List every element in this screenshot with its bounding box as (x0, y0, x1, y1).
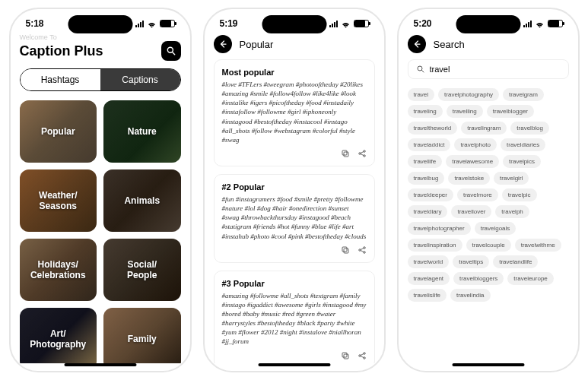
card-tags: #love #TFLers #tweegram #photooftheday #… (222, 80, 367, 144)
search-result-chip[interactable]: travelbug (408, 172, 445, 185)
svg-point-20 (363, 356, 365, 359)
search-result-chip[interactable]: travelgoals (475, 222, 516, 235)
search-box[interactable] (408, 59, 569, 79)
share-icon[interactable] (358, 351, 367, 360)
home-indicator[interactable] (258, 363, 330, 366)
welcome-text: Welcome To (20, 33, 181, 41)
svg-line-22 (361, 356, 364, 357)
phone-screen-search: 5:20 Search traveltravelphotographytrave… (397, 8, 580, 372)
svg-line-15 (361, 250, 364, 252)
search-result-chip[interactable]: travelblogger (487, 105, 534, 118)
category-grid: PopularNatureWeather/ SeasonsAnimalsHoli… (20, 100, 181, 363)
search-result-chip[interactable]: travelagent (408, 272, 450, 285)
category-social[interactable]: Social/ People (103, 239, 181, 301)
category-animals[interactable]: Animals (103, 169, 181, 232)
search-result-chip[interactable]: travelgram (503, 88, 544, 101)
card-title: Most popular (222, 68, 367, 77)
phone-screen-home: 5:18 Welcome To Caption Plus Hashtags Ca… (9, 8, 192, 372)
copy-icon[interactable] (341, 245, 350, 255)
search-input[interactable] (430, 65, 561, 74)
search-result-chip[interactable]: travelpic (502, 188, 537, 201)
search-result-chip[interactable]: travel (408, 88, 435, 101)
svg-rect-16 (344, 354, 348, 359)
search-result-chip[interactable]: travelphotography (438, 88, 499, 101)
signal-icon (135, 21, 144, 27)
svg-point-18 (358, 354, 361, 356)
category-art[interactable]: Art/ Photography (20, 308, 97, 363)
search-result-chip[interactable]: travelgirl (494, 172, 529, 185)
search-result-chip[interactable]: travelworld (408, 255, 450, 268)
search-result-chip[interactable]: travelingram (461, 122, 507, 135)
battery-icon (548, 20, 563, 27)
search-result-chip[interactable]: traveltips (453, 255, 489, 268)
search-result-chip[interactable]: travelling (447, 105, 483, 118)
search-result-chip[interactable]: travellover (451, 205, 491, 218)
hashtag-card: Most popular#love #TFLers #tweegram #pho… (214, 59, 375, 166)
notch (456, 15, 520, 33)
notch (262, 15, 326, 33)
search-result-chip[interactable]: travelmore (457, 188, 498, 201)
svg-rect-10 (342, 247, 347, 252)
svg-rect-2 (344, 152, 348, 157)
search-result-chip[interactable]: travelbloggers (453, 272, 504, 285)
battery-icon (354, 20, 369, 27)
app-title: Caption Plus (20, 43, 103, 59)
svg-point-13 (363, 251, 365, 253)
search-result-chip[interactable]: traveleurope (507, 272, 553, 285)
search-result-chip[interactable]: travelawesome (446, 155, 499, 168)
svg-line-1 (172, 52, 174, 55)
search-result-chip[interactable]: travelstoke (448, 172, 490, 185)
search-result-chip[interactable]: traveldiary (408, 205, 448, 218)
card-tags: #amazing #followme #all_shots #textgram … (222, 291, 367, 347)
search-result-chip[interactable]: traveldiaries (501, 138, 545, 151)
card-actions (222, 149, 367, 158)
svg-line-24 (421, 71, 424, 73)
svg-line-14 (361, 248, 364, 249)
home-indicator[interactable] (64, 363, 136, 366)
category-nature[interactable]: Nature (103, 100, 181, 163)
search-result-chip[interactable]: traveldeeper (408, 188, 453, 201)
search-result-chip[interactable]: travelphoto (454, 138, 497, 151)
search-result-chip[interactable]: traveltheworld (408, 122, 458, 135)
search-button[interactable] (161, 41, 181, 61)
search-result-chip[interactable]: travelblog (510, 122, 549, 135)
hashtag-card: #2 Popular#fun #instagramers #food #smil… (214, 174, 375, 263)
search-result-chip[interactable]: travelphotographer (408, 222, 471, 235)
svg-line-21 (361, 353, 364, 355)
category-weather[interactable]: Weather/ Seasons (20, 169, 97, 232)
category-popular[interactable]: Popular (20, 100, 97, 163)
status-indicators (135, 20, 175, 27)
search-result-chip[interactable]: traveling (408, 105, 443, 118)
search-result-chip[interactable]: travelcouple (466, 239, 511, 252)
home-indicator[interactable] (452, 363, 524, 366)
card-actions (222, 351, 367, 360)
search-result-chip[interactable]: travelinspiration (408, 239, 462, 252)
search-result-chip[interactable]: travelwithme (515, 239, 561, 252)
wifi-icon (535, 21, 545, 27)
hashtag-cards-list: Most popular#love #TFLers #tweegram #pho… (214, 59, 375, 363)
arrow-left-icon (412, 40, 421, 49)
category-family[interactable]: Family (103, 308, 181, 363)
share-icon[interactable] (358, 245, 367, 255)
search-result-chip[interactable]: travelindia (450, 289, 490, 302)
status-indicators (523, 20, 563, 27)
status-time: 5:19 (220, 18, 238, 29)
status-indicators (329, 20, 369, 27)
search-result-chip[interactable]: travelislife (408, 289, 447, 302)
category-holidays[interactable]: Holidays/ Celebrations (20, 239, 97, 301)
search-result-chip[interactable]: travelph (495, 205, 529, 218)
svg-line-8 (361, 154, 364, 155)
segment-control: Hashtags Captions (20, 68, 181, 91)
search-icon (416, 65, 425, 74)
search-result-chip[interactable]: traveladdict (408, 138, 451, 151)
back-button[interactable] (408, 35, 426, 53)
copy-icon[interactable] (341, 149, 350, 158)
tab-hashtags[interactable]: Hashtags (21, 69, 100, 90)
tab-captions[interactable]: Captions (100, 69, 180, 90)
search-result-chip[interactable]: travelpics (503, 155, 541, 168)
back-button[interactable] (214, 35, 232, 53)
search-result-chip[interactable]: travelandlife (493, 255, 538, 268)
search-result-chip[interactable]: travellife (408, 155, 443, 168)
share-icon[interactable] (358, 149, 367, 158)
copy-icon[interactable] (341, 351, 350, 360)
